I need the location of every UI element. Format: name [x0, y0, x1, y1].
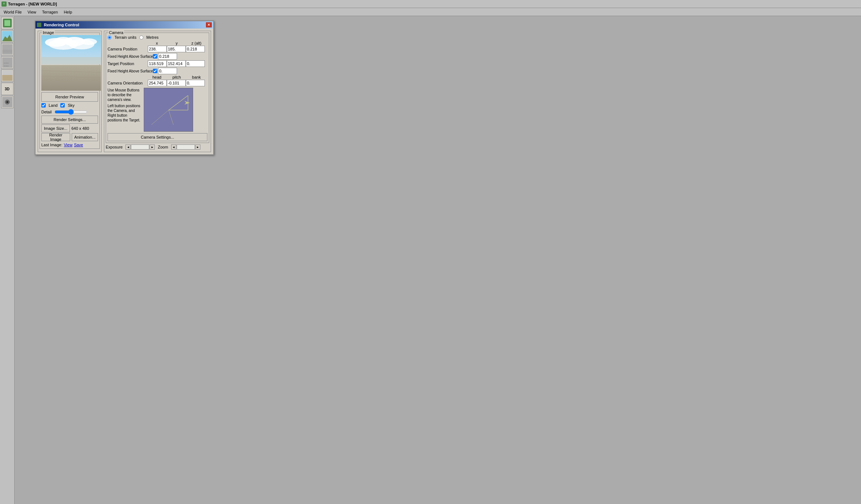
- camera-position-x[interactable]: [148, 46, 167, 52]
- camera-panel-title: Camera: [108, 30, 124, 35]
- camera-orientation-head[interactable]: [148, 80, 167, 86]
- terrain-units-label: Terrain units: [114, 35, 136, 40]
- col-pitch-header: pitch: [167, 75, 187, 79]
- image-size-row: Image Size... 640 x 480: [41, 124, 98, 132]
- dialog-body: Image: [35, 29, 213, 154]
- left-toolbar: ~~~ ~~~ 3D: [0, 16, 15, 504]
- animation-button[interactable]: Animation...: [72, 133, 98, 141]
- camera-view-canvas[interactable]: [144, 88, 193, 132]
- image-size-button[interactable]: Image Size...: [41, 124, 70, 132]
- title-bar: T Terragen - [NEW WORLD]: [0, 0, 861, 8]
- svg-rect-23: [41, 65, 101, 91]
- terrain-units-radio[interactable]: [108, 35, 112, 40]
- app-title: Terragen - [NEW WORLD]: [8, 2, 57, 6]
- render-preview-button[interactable]: Render Preview: [41, 92, 98, 102]
- render-settings-button[interactable]: Render Settings...: [41, 116, 98, 124]
- menu-view[interactable]: View: [25, 9, 39, 15]
- sky-preview-image: [41, 35, 101, 64]
- zoom-scroll-right[interactable]: ►: [195, 144, 200, 150]
- zoom-scroll-left[interactable]: ◄: [171, 144, 176, 150]
- camera-panel: Camera Terrain units Metres x y z (alt): [104, 31, 211, 152]
- target-position-row: Target Position: [108, 60, 207, 67]
- toolbar-btn-landscape[interactable]: [1, 30, 14, 42]
- dialog-close-button[interactable]: ✕: [206, 22, 212, 27]
- view-link[interactable]: View: [64, 143, 72, 147]
- camera-view-row: Use Mouse Buttons to describe the camera…: [108, 88, 207, 132]
- dialog-title-text: Rendering Control: [44, 23, 79, 27]
- menu-world-file[interactable]: World File: [1, 9, 25, 15]
- target-position-z[interactable]: [186, 60, 205, 67]
- main-area: Rendering Control ✕ Image: [15, 16, 861, 504]
- col-y-header: y: [167, 41, 187, 45]
- rendering-control-dialog: Rendering Control ✕ Image: [35, 20, 214, 155]
- image-size-value: 640 x 480: [71, 124, 89, 132]
- detail-label: Detail: [41, 110, 52, 114]
- ground-preview-image: [41, 65, 101, 91]
- col-bank-header: bank: [187, 75, 206, 79]
- col-x-header: x: [147, 41, 167, 45]
- camera-settings-button[interactable]: Camera Settings...: [108, 133, 207, 141]
- toolbar-btn-water[interactable]: [1, 43, 14, 56]
- sky-checkbox[interactable]: [60, 103, 65, 108]
- target-position-x[interactable]: [148, 60, 167, 67]
- exposure-track[interactable]: [131, 144, 149, 150]
- dialog-title-bar: Rendering Control ✕: [35, 21, 213, 29]
- svg-rect-13: [2, 75, 12, 81]
- last-image-label: Last Image:: [41, 143, 62, 147]
- app-icon: T: [1, 1, 7, 7]
- menu-help[interactable]: Help: [61, 9, 75, 15]
- detail-row: Detail: [41, 109, 98, 115]
- fixed-height-camera-row: Fixed Height Above Surface: [108, 53, 207, 60]
- col-z-header: z (alt): [187, 41, 206, 45]
- camera-orientation-pitch[interactable]: [167, 80, 186, 86]
- land-sky-row: Land Sky: [41, 103, 98, 108]
- exposure-scroll: ◄ ►: [125, 144, 155, 150]
- exposure-label: Exposure: [106, 145, 123, 149]
- dialog-title-left: Rendering Control: [37, 23, 79, 27]
- image-panel-title: Image: [42, 30, 55, 35]
- toolbar-btn-atmosphere[interactable]: ~~~ ~~~: [1, 56, 14, 69]
- fixed-height-target-checkbox[interactable]: [153, 69, 157, 73]
- toolbar-btn-camera[interactable]: [1, 96, 14, 108]
- svg-point-18: [45, 38, 67, 47]
- camera-position-y[interactable]: [167, 46, 186, 52]
- render-image-button[interactable]: Render Image: [41, 133, 70, 141]
- toolbar-btn-3d[interactable]: 3D: [1, 83, 14, 95]
- land-label: Land: [49, 103, 57, 108]
- fixed-height-target-row: Fixed Height Above Surface: [108, 68, 207, 74]
- land-checkbox[interactable]: [41, 103, 46, 108]
- svg-point-16: [6, 101, 8, 103]
- dialog-icon: [37, 23, 41, 27]
- svg-rect-1: [4, 20, 10, 26]
- orientation-headers: head pitch bank: [147, 75, 207, 79]
- camera-position-z[interactable]: [186, 46, 205, 52]
- exposure-scroll-right[interactable]: ►: [150, 144, 155, 150]
- mouse-instructions: Use Mouse Buttons to describe the camera…: [108, 88, 142, 123]
- detail-slider[interactable]: [54, 109, 87, 115]
- target-position-y[interactable]: [167, 60, 186, 67]
- menu-bar: World File View Terragen Help: [0, 8, 861, 16]
- camera-orientation-label: Camera Orientation: [108, 81, 148, 85]
- svg-point-19: [54, 37, 72, 44]
- zoom-label: Zoom: [158, 145, 168, 149]
- camera-position-label: Camera Position: [108, 47, 148, 51]
- camera-orientation-bank[interactable]: [186, 80, 205, 86]
- toolbar-btn-surface[interactable]: [1, 69, 14, 82]
- image-panel: Image: [38, 31, 102, 152]
- mouse-instructions-text1: Use Mouse Buttons to describe the camera…: [108, 88, 142, 102]
- exposure-scroll-left[interactable]: ◄: [125, 144, 131, 150]
- sky-label: Sky: [68, 103, 74, 108]
- save-link[interactable]: Save: [74, 143, 83, 147]
- svg-text:~~~: ~~~: [4, 64, 9, 68]
- zoom-track[interactable]: [177, 144, 195, 150]
- fixed-height-camera-checkbox[interactable]: [153, 54, 157, 59]
- menu-terragen[interactable]: Terragen: [39, 9, 61, 15]
- zoom-scroll: ◄ ►: [171, 144, 200, 150]
- units-radio-row: Terrain units Metres: [108, 35, 207, 40]
- toolbar-btn-new[interactable]: [1, 17, 14, 29]
- col-head-header: head: [147, 75, 167, 79]
- fixed-height-target-value[interactable]: [158, 68, 177, 74]
- metres-radio[interactable]: [139, 35, 143, 40]
- fixed-height-camera-value[interactable]: [158, 53, 177, 60]
- camera-position-row: Camera Position: [108, 46, 207, 52]
